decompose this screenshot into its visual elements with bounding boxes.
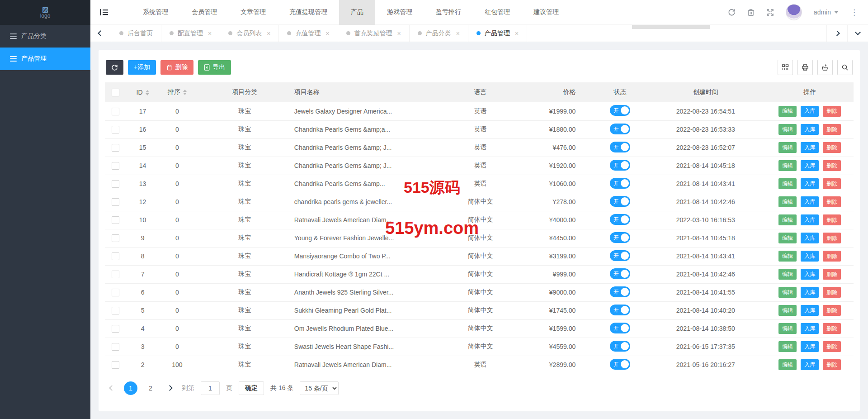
stock-in-button[interactable]: 入库: [801, 305, 819, 316]
search-button[interactable]: [837, 60, 853, 75]
delete-button[interactable]: 删除: [823, 305, 841, 316]
per-page-select[interactable]: 15 条/页: [300, 381, 339, 395]
edit-button[interactable]: 编辑: [778, 178, 797, 189]
row-checkbox[interactable]: [112, 216, 119, 224]
status-toggle[interactable]: 开: [610, 160, 630, 171]
stock-in-button[interactable]: 入库: [801, 196, 819, 207]
select-all-header[interactable]: [105, 82, 126, 102]
stock-in-button[interactable]: 入库: [801, 178, 819, 189]
print-button[interactable]: [797, 60, 813, 75]
refresh-icon[interactable]: [728, 9, 736, 16]
nav-menu-item[interactable]: 建议管理: [522, 0, 571, 25]
row-checkbox[interactable]: [112, 108, 119, 115]
page-number-button[interactable]: 2: [144, 381, 157, 395]
status-toggle[interactable]: 开: [610, 323, 630, 333]
nav-menu-item[interactable]: 会员管理: [180, 0, 229, 25]
row-checkbox[interactable]: [112, 343, 119, 351]
row-checkbox[interactable]: [112, 252, 119, 260]
page-number-button[interactable]: 1: [124, 381, 137, 395]
sort-icons[interactable]: [183, 90, 187, 95]
columns-filter-button[interactable]: [778, 60, 793, 75]
edit-button[interactable]: 编辑: [778, 196, 797, 207]
edit-button[interactable]: 编辑: [778, 287, 797, 298]
tab-close-icon[interactable]: ×: [326, 30, 329, 37]
nav-menu-item[interactable]: 系统管理: [131, 0, 180, 25]
delete-button[interactable]: 删除: [823, 323, 841, 334]
tab-close-icon[interactable]: ×: [397, 30, 401, 37]
delete-button[interactable]: 删除: [823, 124, 841, 135]
goto-page-input[interactable]: [201, 381, 220, 395]
row-checkbox[interactable]: [112, 180, 119, 188]
select-all-checkbox[interactable]: [112, 89, 119, 96]
edit-button[interactable]: 编辑: [778, 323, 797, 334]
row-checkbox[interactable]: [112, 234, 119, 242]
row-checkbox[interactable]: [112, 361, 119, 369]
nav-menu-item[interactable]: 盈亏排行: [424, 0, 473, 25]
tabs-scroll-right-button[interactable]: [826, 25, 847, 42]
stock-in-button[interactable]: 入库: [801, 287, 819, 298]
status-toggle[interactable]: 开: [610, 196, 630, 207]
stock-in-button[interactable]: 入库: [801, 341, 819, 352]
nav-menu-item[interactable]: 充值提现管理: [278, 0, 339, 25]
row-checkbox[interactable]: [112, 144, 119, 152]
delete-button[interactable]: 删除: [823, 196, 841, 207]
delete-button[interactable]: 删除: [823, 251, 841, 262]
tab[interactable]: 会员列表 ×: [220, 25, 279, 42]
tab[interactable]: 首充奖励管理 ×: [338, 25, 410, 42]
status-toggle[interactable]: 开: [610, 124, 630, 134]
tab-close-icon[interactable]: ×: [267, 30, 270, 37]
tab[interactable]: 产品管理 ×: [468, 25, 527, 42]
nav-menu-item[interactable]: 红包管理: [473, 0, 522, 25]
stock-in-button[interactable]: 入库: [801, 214, 819, 225]
edit-button[interactable]: 编辑: [778, 233, 797, 243]
delete-button[interactable]: 删除: [823, 269, 841, 280]
goto-confirm-button[interactable]: 确定: [239, 381, 264, 395]
add-button[interactable]: +添加: [128, 60, 156, 75]
stock-in-button[interactable]: 入库: [801, 269, 819, 280]
export-data-button[interactable]: [817, 60, 833, 75]
edit-button[interactable]: 编辑: [778, 124, 797, 135]
stock-in-button[interactable]: 入库: [801, 251, 819, 262]
tab-close-icon[interactable]: ×: [208, 30, 212, 37]
export-button[interactable]: 导出: [198, 60, 231, 75]
status-toggle[interactable]: 开: [610, 286, 630, 297]
delete-button[interactable]: 删除: [823, 106, 841, 117]
more-menu-icon[interactable]: ⋮: [850, 8, 858, 17]
tab[interactable]: 充值管理 ×: [279, 25, 338, 42]
delete-button[interactable]: 删除: [823, 142, 841, 153]
sidebar-item[interactable]: 产品管理: [0, 48, 90, 70]
delete-button[interactable]: 删除: [823, 233, 841, 243]
stock-in-button[interactable]: 入库: [801, 142, 819, 153]
row-checkbox[interactable]: [112, 307, 119, 314]
status-toggle[interactable]: 开: [610, 142, 630, 152]
status-toggle[interactable]: 开: [610, 268, 630, 279]
delete-button[interactable]: 删除: [823, 359, 841, 370]
edit-button[interactable]: 编辑: [778, 305, 797, 316]
edit-button[interactable]: 编辑: [778, 160, 797, 171]
tab[interactable]: 产品分类 ×: [410, 25, 468, 42]
trash-icon[interactable]: [747, 9, 755, 16]
tab-close-icon[interactable]: ×: [515, 30, 519, 37]
nav-menu-item[interactable]: 文章管理: [229, 0, 278, 25]
tabs-menu-button[interactable]: [847, 25, 868, 42]
tab-close-icon[interactable]: ×: [456, 30, 460, 37]
tab[interactable]: 后台首页 ×: [111, 25, 161, 42]
edit-button[interactable]: 编辑: [778, 214, 797, 225]
header-sort[interactable]: 排序: [159, 82, 195, 102]
status-toggle[interactable]: 开: [610, 341, 630, 352]
status-toggle[interactable]: 开: [610, 232, 630, 243]
refresh-button[interactable]: [106, 60, 123, 75]
row-checkbox[interactable]: [112, 126, 119, 133]
tabs-scroll-left-button[interactable]: [90, 25, 111, 42]
stock-in-button[interactable]: 入库: [801, 106, 819, 117]
status-toggle[interactable]: 开: [610, 359, 630, 370]
tabbar-scrollbar-thumb[interactable]: [632, 25, 710, 29]
row-checkbox[interactable]: [112, 162, 119, 170]
delete-button[interactable]: 删除: [823, 178, 841, 189]
tab[interactable]: 配置管理 ×: [161, 25, 220, 42]
row-checkbox[interactable]: [112, 289, 119, 296]
stock-in-button[interactable]: 入库: [801, 233, 819, 243]
delete-button[interactable]: 删除: [823, 160, 841, 171]
fullscreen-icon[interactable]: [766, 9, 774, 16]
status-toggle[interactable]: 开: [610, 178, 630, 189]
